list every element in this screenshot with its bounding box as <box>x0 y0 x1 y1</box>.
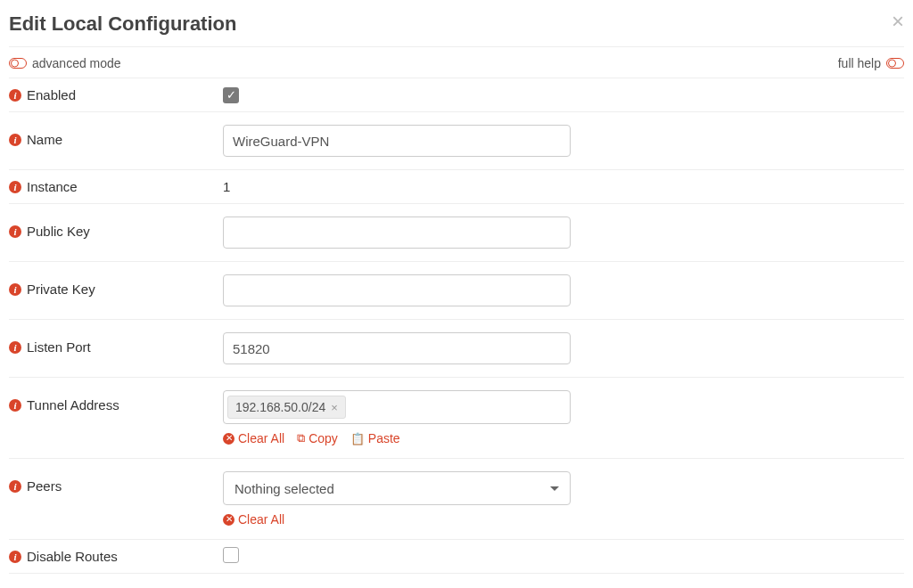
label-public-key: Public Key <box>27 224 90 239</box>
copy-label: Copy <box>308 431 338 445</box>
label-private-key: Private Key <box>27 282 95 297</box>
info-icon[interactable]: i <box>9 283 21 296</box>
info-icon[interactable]: i <box>9 181 21 193</box>
info-icon[interactable]: i <box>9 480 21 493</box>
clear-icon: ✕ <box>223 433 234 445</box>
name-input[interactable] <box>223 125 571 157</box>
clear-all-label: Clear All <box>238 431 284 445</box>
paste-button[interactable]: 📋 Paste <box>350 431 400 445</box>
public-key-input[interactable] <box>223 216 571 249</box>
advanced-mode-label: advanced mode <box>32 56 121 70</box>
label-peers: Peers <box>27 478 62 494</box>
toggle-icon <box>886 58 904 69</box>
label-listen-port: Listen Port <box>27 339 91 355</box>
toggle-icon <box>9 58 27 69</box>
modal-title: Edit Local Configuration <box>9 12 236 36</box>
private-key-input[interactable] <box>223 274 571 306</box>
clear-all-label: Clear All <box>238 512 284 527</box>
clear-all-button[interactable]: ✕ Clear All <box>223 431 284 445</box>
advanced-mode-toggle[interactable]: advanced mode <box>9 56 121 70</box>
info-icon[interactable]: i <box>9 225 21 238</box>
tag-text: 192.168.50.0/24 <box>235 400 325 414</box>
label-name: Name <box>27 132 62 147</box>
tunnel-address-tag: 192.168.50.0/24 × <box>227 396 346 419</box>
info-icon[interactable]: i <box>9 134 21 146</box>
copy-button[interactable]: ⧉ Copy <box>297 431 338 445</box>
peers-selected-text: Nothing selected <box>234 481 334 496</box>
disable-routes-checkbox[interactable] <box>223 547 239 563</box>
label-instance: Instance <box>27 179 78 194</box>
copy-icon: ⧉ <box>297 431 305 445</box>
close-icon[interactable]: × <box>892 11 904 32</box>
clear-icon: ✕ <box>223 514 234 526</box>
label-disable-routes: Disable Routes <box>27 549 118 564</box>
full-help-label: full help <box>838 56 881 70</box>
paste-label: Paste <box>368 431 400 445</box>
info-icon[interactable]: i <box>9 399 21 412</box>
chevron-down-icon <box>550 486 559 491</box>
full-help-toggle[interactable]: full help <box>838 56 904 70</box>
tunnel-address-input[interactable]: 192.168.50.0/24 × <box>223 390 571 424</box>
paste-icon: 📋 <box>350 432 365 445</box>
peers-select[interactable]: Nothing selected <box>223 471 571 505</box>
enabled-checkbox[interactable]: ✓ <box>223 87 239 103</box>
tag-remove-icon[interactable]: × <box>331 401 338 414</box>
listen-port-input[interactable] <box>223 332 571 364</box>
peers-clear-all-button[interactable]: ✕ Clear All <box>223 512 284 527</box>
label-tunnel-address: Tunnel Address <box>27 397 119 412</box>
instance-value: 1 <box>223 177 230 194</box>
info-icon[interactable]: i <box>9 89 21 102</box>
info-icon[interactable]: i <box>9 341 21 354</box>
info-icon[interactable]: i <box>9 551 21 563</box>
label-enabled: Enabled <box>27 87 76 102</box>
